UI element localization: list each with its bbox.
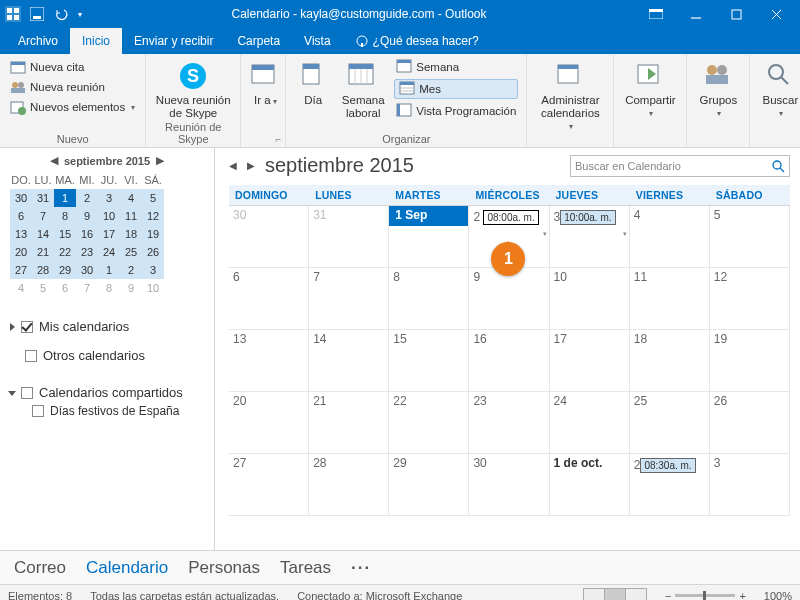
svg-rect-6	[33, 16, 41, 19]
status-carpetas: Todas las carpetas están actualizadas.	[90, 590, 279, 601]
day-cell-sep-2[interactable]: 2 08:00a. m. ▾ 1	[469, 206, 549, 268]
maximize-button[interactable]	[716, 0, 756, 28]
nueva-cita-button[interactable]: Nueva cita	[8, 58, 137, 76]
svg-rect-14	[361, 43, 363, 47]
nueva-reunion-button[interactable]: Nueva reunión	[8, 78, 137, 96]
window-title: Calendario - kayla@customguide.com - Out…	[82, 7, 636, 21]
ribbon-group-label: Reunión de Skype	[154, 119, 232, 145]
mini-next-icon[interactable]: ▶	[156, 154, 164, 167]
title-bar: ▾ Calendario - kayla@customguide.com - O…	[0, 0, 800, 28]
ribbon-tabs: Archivo Inicio Enviar y recibir Carpeta …	[0, 28, 800, 54]
ribbon-group-label: Organizar	[294, 131, 518, 145]
svg-point-49	[773, 161, 781, 169]
calendar-main: ◀ ▶ septiembre 2015 Buscar en Calendario…	[215, 148, 800, 550]
svg-point-18	[18, 82, 24, 88]
minimize-button[interactable]	[676, 0, 716, 28]
svg-rect-27	[303, 64, 319, 69]
svg-rect-42	[558, 65, 578, 69]
dias-festivos-node[interactable]: Días festivos de España	[10, 404, 204, 418]
dia-button[interactable]: Día	[294, 58, 332, 120]
tell-me-label: ¿Qué desea hacer?	[373, 34, 479, 48]
semana-button[interactable]: Semana	[394, 58, 518, 76]
svg-rect-46	[706, 75, 728, 84]
svg-text:S: S	[187, 66, 199, 86]
calendar-weekday-header: DOMINGOLUNESMARTESMIÉRCOLESJUEVESVIERNES…	[229, 185, 790, 205]
compartir-button[interactable]: Compartir▾	[622, 58, 678, 118]
nav-personas[interactable]: Personas	[188, 558, 260, 578]
nav-correo[interactable]: Correo	[14, 558, 66, 578]
svg-point-21	[18, 107, 26, 115]
buscar-button[interactable]: Buscar▾	[758, 58, 800, 118]
svg-rect-36	[400, 82, 414, 85]
svg-rect-3	[7, 15, 12, 20]
mini-cal-title: septiembre 2015	[64, 155, 150, 167]
nuevos-elementos-button[interactable]: Nuevos elementos▾	[8, 98, 137, 116]
svg-line-48	[781, 77, 788, 84]
view-switcher[interactable]	[584, 588, 647, 601]
otros-calendarios-node[interactable]: Otros calendarios	[10, 344, 204, 367]
app-icon	[4, 5, 22, 23]
status-elementos: Elementos: 8	[8, 590, 72, 601]
tab-inicio[interactable]: Inicio	[70, 28, 122, 54]
nav-more-icon[interactable]: ···	[351, 558, 371, 578]
svg-point-17	[12, 82, 18, 88]
cal-next-icon[interactable]: ▶	[247, 160, 255, 171]
close-button[interactable]	[756, 0, 796, 28]
vista-programacion-button[interactable]: Vista Programación	[394, 102, 518, 120]
appointment-sep-3[interactable]: 10:00a. m.	[560, 210, 615, 225]
tab-archivo[interactable]: Archivo	[6, 28, 70, 54]
navigation-bar: Correo Calendario Personas Tareas ···	[0, 550, 800, 584]
status-bar: Elementos: 8 Todas las carpetas están ac…	[0, 584, 800, 600]
svg-rect-40	[397, 104, 400, 116]
svg-rect-34	[397, 60, 411, 63]
svg-rect-4	[14, 15, 19, 20]
oct-1-label: 1 de oct.	[554, 456, 603, 470]
svg-rect-16	[11, 62, 25, 65]
skype-meeting-button[interactable]: S Nueva reunión de Skype	[154, 58, 232, 119]
svg-point-47	[769, 65, 783, 79]
ir-a-button[interactable]: Ir a▾	[249, 58, 281, 106]
svg-point-44	[707, 65, 717, 75]
svg-point-45	[717, 65, 727, 75]
mini-prev-icon[interactable]: ◀	[50, 154, 58, 167]
svg-rect-2	[14, 8, 19, 13]
nav-tareas[interactable]: Tareas	[280, 558, 331, 578]
status-conectado: Conectado a: Microsoft Exchange	[297, 590, 462, 601]
svg-rect-10	[732, 10, 741, 19]
calendar-grid[interactable]: 30 31 1 Sep 2 08:00a. m. ▾ 1 310:00a. m.…	[229, 205, 790, 516]
svg-rect-8	[649, 9, 663, 12]
svg-line-50	[780, 168, 784, 172]
zoom-slider[interactable]: − +	[665, 590, 746, 601]
svg-rect-1	[7, 8, 12, 13]
save-icon[interactable]	[28, 5, 46, 23]
nav-calendario[interactable]: Calendario	[86, 558, 168, 578]
grupos-button[interactable]: Grupos▾	[695, 58, 741, 118]
semana-laboral-button[interactable]: Semana laboral	[338, 58, 388, 120]
calendar-tree: Mis calendarios Otros calendarios Calend…	[10, 315, 204, 418]
content: ◀ septiembre 2015 ▶ DO.LU.MA.MI.JU.VI.SÁ…	[0, 148, 800, 550]
appointment-sep-2[interactable]: 08:00a. m.	[483, 210, 538, 225]
ribbon-group-nuevo: Nueva cita Nueva reunión Nuevos elemento…	[0, 54, 146, 147]
tab-vista[interactable]: Vista	[292, 28, 342, 54]
mis-calendarios-node[interactable]: Mis calendarios	[10, 315, 204, 338]
sidebar: ◀ septiembre 2015 ▶ DO.LU.MA.MI.JU.VI.SÁ…	[0, 148, 215, 550]
appointment-oct-2[interactable]: 08:30a. m.	[640, 458, 695, 473]
tell-me[interactable]: ¿Qué desea hacer?	[343, 28, 491, 54]
svg-rect-25	[252, 65, 274, 70]
mes-button[interactable]: Mes	[394, 79, 518, 99]
today-label: 1 Sep	[389, 206, 468, 226]
mini-calendar[interactable]: ◀ septiembre 2015 ▶ DO.LU.MA.MI.JU.VI.SÁ…	[10, 154, 204, 297]
ribbon-display-button[interactable]	[636, 0, 676, 28]
calendar-title: septiembre 2015	[265, 154, 560, 177]
svg-rect-19	[11, 88, 25, 93]
calendar-search-input[interactable]: Buscar en Calendario	[570, 155, 790, 177]
undo-icon[interactable]	[52, 5, 70, 23]
search-icon	[771, 159, 785, 173]
calendarios-compartidos-node[interactable]: Calendarios compartidos	[10, 381, 204, 404]
cal-prev-icon[interactable]: ◀	[229, 160, 237, 171]
tab-enviar-recibir[interactable]: Enviar y recibir	[122, 28, 225, 54]
tab-carpeta[interactable]: Carpeta	[225, 28, 292, 54]
ribbon: Nueva cita Nueva reunión Nuevos elemento…	[0, 54, 800, 148]
administrar-calendarios-button[interactable]: Administrar calendarios▾	[535, 58, 605, 131]
zoom-label: 100%	[764, 590, 792, 601]
